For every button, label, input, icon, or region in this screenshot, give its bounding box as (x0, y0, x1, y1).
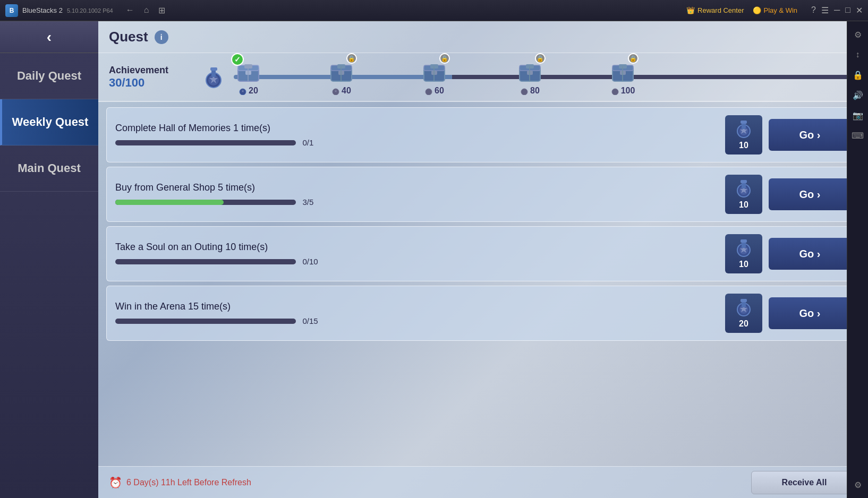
back-button[interactable]: ‹ (0, 21, 98, 53)
main-container: ‹ Daily Quest Weekly Quest Main Quest Qu… (0, 21, 868, 498)
quest-item-1: Complete Hall of Memories 1 time(s) 0/1 (106, 107, 860, 162)
sidebar-item-main-quest[interactable]: Main Quest (0, 145, 98, 192)
milestone-40: 🔒 40 (327, 56, 356, 96)
quest-progress-bar-bg-4 (115, 319, 296, 324)
lock-icon: 🔒 (346, 53, 357, 64)
back-nav-icon[interactable]: ← (123, 4, 138, 16)
page-title: Quest (109, 29, 148, 45)
app-version: 5.10.20.1002 P64 (67, 7, 113, 14)
svg-rect-56 (741, 299, 747, 302)
lock-icon: 🔒 (628, 53, 639, 64)
right-sidebar: ⚙ ↕ 🔒 🔊 📷 ⌨ ⚙ (847, 21, 868, 498)
quest-name-4: Win in the Arena 15 time(s) (115, 301, 719, 312)
info-icon[interactable]: i (155, 30, 168, 44)
sidebar-tool-5[interactable]: 📷 (850, 107, 866, 123)
quest-reward-count-4: 20 (739, 319, 748, 329)
sidebar-tool-3[interactable]: 🔒 (850, 67, 866, 83)
svg-point-24 (426, 89, 432, 95)
quest-name-1: Complete Hall of Memories 1 time(s) (115, 123, 719, 134)
minimize-icon[interactable]: ─ (834, 5, 840, 15)
milestone-80: 🔒 80 (515, 56, 544, 96)
achievement-label-area: Achievement 30/100 (109, 65, 194, 90)
quest-reward-4: 20 (725, 294, 762, 333)
quest-progress-3: 0/10 (115, 257, 719, 267)
sidebar-item-daily-quest[interactable]: Daily Quest (0, 53, 98, 99)
title-bar-left: B BlueStacks 2 5.10.20.1002 P64 ← ⌂ ⊞ (5, 4, 168, 17)
sidebar-tool-1[interactable]: ⚙ (850, 27, 866, 42)
lock-icon: 🔒 (439, 53, 450, 64)
title-bar-nav: ← ⌂ ⊞ (123, 4, 169, 16)
sidebar-tool-settings[interactable]: ⚙ (850, 477, 866, 493)
sidebar-tool-4[interactable]: 🔊 (850, 87, 866, 103)
crown-icon: 👑 (686, 6, 695, 14)
app-icon: B (5, 4, 18, 17)
reward-medal-icon-1 (734, 119, 753, 139)
quest-progress-4: 0/15 (115, 316, 719, 326)
quest-name-2: Buy from General Shop 5 time(s) (115, 182, 719, 193)
quest-info-4: Win in the Arena 15 time(s) 0/15 (115, 301, 719, 326)
quest-progress-bar-bg-1 (115, 140, 296, 145)
milestone-40-label: 40 (331, 86, 351, 96)
go-button-2[interactable]: Go › (769, 178, 851, 210)
quest-reward-count-3: 10 (739, 260, 748, 269)
quest-reward-1: 10 (725, 115, 762, 154)
menu-icon[interactable]: ☰ (821, 5, 829, 15)
title-bar: B BlueStacks 2 5.10.20.1002 P64 ← ⌂ ⊞ 👑 … (0, 0, 868, 21)
achievement-section: Achievement 30/100 (98, 53, 868, 102)
title-bar-controls: ? ☰ ─ □ ✕ (811, 5, 863, 15)
quest-progress-bar-bg-3 (115, 259, 296, 264)
achievement-medal-icon (202, 65, 226, 89)
back-arrow-icon: ‹ (47, 29, 52, 46)
quest-reward-3: 10 (725, 234, 762, 273)
milestone-100-label: 100 (611, 86, 635, 96)
progress-track: ✓ 20 (234, 61, 857, 93)
quest-footer: ⏰ 6 Day(s) 11h Left Before Refresh Recei… (98, 466, 868, 498)
svg-rect-46 (741, 180, 747, 183)
close-icon[interactable]: ✕ (856, 5, 863, 15)
go-button-4[interactable]: Go › (769, 297, 851, 329)
milestone-20-label: 20 (239, 86, 258, 96)
go-button-1[interactable]: Go › (769, 119, 851, 151)
quest-reward-2: 10 (725, 175, 762, 214)
timer-icon: ⏰ (109, 476, 122, 489)
go-button-3[interactable]: Go › (769, 238, 851, 270)
quest-info-2: Buy from General Shop 5 time(s) 3/5 (115, 182, 719, 207)
svg-point-36 (612, 89, 618, 95)
achievement-label: Achievement (109, 65, 194, 76)
quest-name-3: Take a Soul on an Outing 10 time(s) (115, 242, 719, 253)
svg-point-30 (521, 89, 527, 95)
milestone-60: 🔒 60 (420, 56, 449, 96)
quest-progress-text-4: 0/15 (302, 316, 318, 325)
help-icon[interactable]: ? (811, 5, 816, 15)
timer-text: 6 Day(s) 11h Left Before Refresh (126, 478, 251, 487)
sidebar-tool-6[interactable]: ⌨ (850, 127, 866, 143)
play-win[interactable]: 🟡 Play & Win (753, 6, 798, 14)
quests-container: Complete Hall of Memories 1 time(s) 0/1 (98, 102, 868, 466)
sidebar-item-weekly-quest[interactable]: Weekly Quest (0, 99, 98, 145)
quest-item-3: Take a Soul on an Outing 10 time(s) 0/10 (106, 226, 860, 281)
app-name: BlueStacks 2 (22, 6, 63, 14)
reward-center[interactable]: 👑 Reward Center (686, 6, 744, 14)
quest-progress-bar-fill-2 (115, 200, 224, 205)
quest-progress-2: 3/5 (115, 198, 719, 207)
home-nav-icon[interactable]: ⌂ (141, 4, 152, 16)
quest-item-4: Win in the Arena 15 time(s) 0/15 (106, 286, 860, 341)
quest-progress-text-1: 0/1 (302, 138, 313, 147)
quest-progress-1: 0/1 (115, 138, 719, 148)
sidebar-tool-2[interactable]: ↕ (850, 47, 866, 63)
reward-center-label: Reward Center (697, 6, 744, 14)
svg-rect-41 (741, 121, 747, 124)
quest-info-3: Take a Soul on an Outing 10 time(s) 0/10 (115, 242, 719, 267)
milestone-20: ✓ 20 (234, 56, 263, 96)
grid-nav-icon[interactable]: ⊞ (155, 4, 168, 16)
coin-icon: 🟡 (753, 6, 761, 14)
quest-progress-text-3: 0/10 (302, 257, 318, 266)
left-panel: ‹ Daily Quest Weekly Quest Main Quest (0, 21, 98, 498)
receive-all-button[interactable]: Receive All (751, 471, 857, 494)
title-bar-right: 👑 Reward Center 🟡 Play & Win ? ☰ ─ □ ✕ (686, 5, 863, 15)
achievement-score: 30/100 (109, 76, 194, 90)
maximize-icon[interactable]: □ (845, 5, 850, 15)
milestone-100: 🔒 100 (608, 56, 637, 96)
play-win-label: Play & Win (764, 6, 798, 14)
svg-rect-51 (741, 239, 747, 243)
